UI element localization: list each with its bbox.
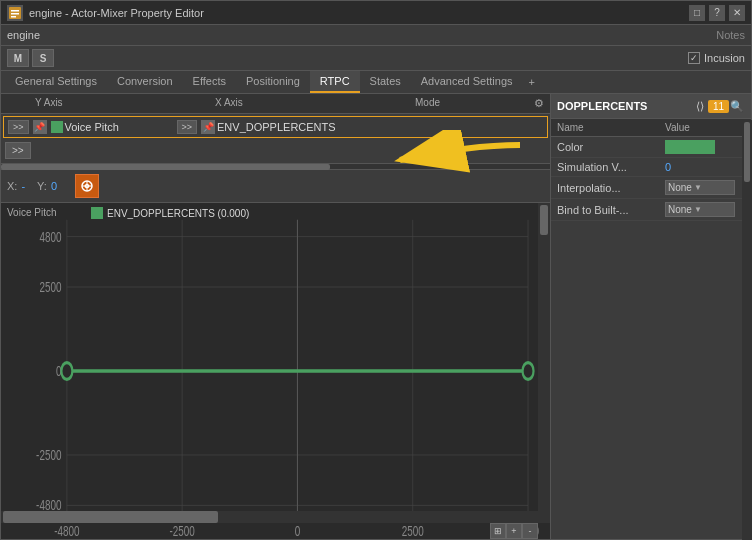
legend-color-box (91, 207, 103, 219)
prop-name-bind: Bind to Built-... (557, 204, 665, 216)
ms-row: M S Incusion (1, 46, 751, 71)
svg-text:-2500: -2500 (36, 446, 61, 464)
interpolation-value: None (668, 182, 692, 193)
bind-value: None (668, 204, 692, 215)
inclusion-check[interactable]: Incusion (688, 52, 745, 64)
chart-scrollbar-horizontal[interactable] (1, 511, 538, 523)
svg-rect-1 (11, 10, 19, 12)
doppler-header: DOPPLERCENTS ⟨⟩ 11 🔍 (551, 94, 751, 119)
share-icon[interactable]: ⟨⟩ (696, 100, 704, 113)
doppler-count: 11 (708, 100, 729, 113)
color-picker[interactable] (665, 140, 715, 154)
y-label: Y: (37, 180, 47, 192)
chart-scrollbar-vertical[interactable] (538, 203, 550, 523)
restore-btn[interactable]: □ (689, 5, 705, 21)
svg-rect-2 (11, 13, 19, 15)
prop-row-simulation: Simulation V... 0 (551, 158, 751, 177)
yaxis-arrow-btn[interactable]: >> (8, 120, 29, 134)
bind-dropdown[interactable]: None ▼ (665, 202, 735, 217)
tab-general-settings[interactable]: General Settings (5, 71, 107, 93)
inclusion-label: Incusion (704, 52, 745, 64)
tab-positioning[interactable]: Positioning (236, 71, 310, 93)
right-scrollbar[interactable] (742, 120, 751, 539)
rtpc-row[interactable]: >> 📌 Voice Pitch >> 📌 ENV_DOPPLERCENTS (3, 116, 548, 138)
x-label: X: (7, 180, 17, 192)
xy-row: X: - Y: 0 (1, 170, 550, 203)
tab-add[interactable]: + (523, 72, 541, 92)
doppler-title: DOPPLERCENTS (557, 100, 692, 112)
mode-header: Mode (411, 97, 534, 110)
window-body: engine Notes M S Incusion General Settin… (1, 25, 751, 539)
svg-point-29 (523, 363, 534, 380)
notes-label: Notes (716, 29, 745, 41)
rtpc-add-row: >> (3, 140, 548, 161)
prop-row-color: Color (551, 137, 751, 158)
rtpc-settings-icon[interactable]: ⚙ (534, 97, 550, 110)
yaxis-header: Y Axis (31, 97, 211, 110)
tab-conversion[interactable]: Conversion (107, 71, 183, 93)
search-btn[interactable]: 🔍 (729, 98, 745, 114)
tabs-row: General Settings Conversion Effects Posi… (1, 71, 751, 94)
prop-row-interpolation: Interpolatio... None ▼ (551, 177, 751, 199)
tab-effects[interactable]: Effects (183, 71, 236, 93)
prop-value-color (665, 140, 745, 154)
chart-legend: ENV_DOPPLERCENTS (0.000) (91, 207, 249, 219)
xaxis-arrow-btn[interactable]: >> (177, 120, 198, 134)
main-content: Y Axis X Axis Mode ⚙ >> 📌 Voice Pitch >>… (1, 94, 751, 539)
chart-zoom-out-btn[interactable]: - (522, 523, 538, 539)
add-rtpc-btn[interactable]: >> (5, 142, 31, 159)
main-window: engine - Actor-Mixer Property Editor □ ?… (0, 0, 752, 540)
m-button[interactable]: M (7, 49, 29, 67)
prop-value-interpolation: None ▼ (665, 180, 745, 195)
chart-bottom-controls: ⊞ + - (490, 523, 538, 539)
chart-zoom-in-btn[interactable]: + (506, 523, 522, 539)
svg-text:-4800: -4800 (54, 521, 79, 539)
xaxis-pin-icon: 📌 (201, 120, 215, 134)
svg-rect-3 (11, 16, 16, 18)
right-scroll-thumb[interactable] (744, 122, 750, 182)
left-panel: Y Axis X Axis Mode ⚙ >> 📌 Voice Pitch >>… (1, 94, 551, 539)
interpolation-dropdown[interactable]: None ▼ (665, 180, 735, 195)
inclusion-checkbox[interactable] (688, 52, 700, 64)
prop-name-simulation: Simulation V... (557, 161, 665, 173)
prop-value-header: Value (665, 122, 745, 133)
rtpc-table: Y Axis X Axis Mode ⚙ >> 📌 Voice Pitch >>… (1, 94, 550, 170)
xaxis-label: ENV_DOPPLERCENTS (217, 121, 336, 133)
chart-area: Voice Pitch ENV_DOPPLERCENTS (0.000) (1, 203, 550, 539)
yaxis-pin-icon: 📌 (33, 120, 47, 134)
s-button[interactable]: S (32, 49, 54, 67)
app-icon (7, 5, 23, 21)
bind-arrow: ▼ (694, 205, 702, 214)
yaxis-color-box (51, 121, 63, 133)
prop-value-bind: None ▼ (665, 202, 745, 217)
y-value: 0 (51, 180, 57, 192)
xaxis-header: X Axis (211, 97, 411, 110)
simulation-value: 0 (665, 161, 671, 173)
help-btn[interactable]: ? (709, 5, 725, 21)
svg-text:2500: 2500 (402, 521, 424, 539)
tab-rtpc[interactable]: RTPC (310, 71, 360, 93)
x-dash: - (21, 180, 25, 192)
close-btn[interactable]: ✕ (729, 5, 745, 21)
svg-text:2500: 2500 (39, 278, 61, 296)
yaxis-label: Voice Pitch (65, 121, 175, 133)
svg-text:-2500: -2500 (170, 521, 195, 539)
tab-advanced-settings[interactable]: Advanced Settings (411, 71, 523, 93)
tab-states[interactable]: States (360, 71, 411, 93)
chart-title: Voice Pitch (7, 207, 56, 218)
prop-name-color: Color (557, 141, 665, 153)
link-icon[interactable] (75, 174, 99, 198)
title-bar: engine - Actor-Mixer Property Editor □ ?… (1, 1, 751, 25)
hscroll-thumb[interactable] (3, 511, 218, 523)
prop-name-interpolation: Interpolatio... (557, 182, 665, 194)
interpolation-arrow: ▼ (694, 183, 702, 192)
vscroll-thumb[interactable] (540, 205, 548, 235)
rtpc-scrollbar[interactable] (1, 163, 550, 169)
window-title: engine - Actor-Mixer Property Editor (29, 7, 689, 19)
svg-text:ENV_DOPPLERCENTS: ENV_DOPPLERCENTS (244, 538, 350, 539)
prop-table-header: Name Value (551, 119, 751, 137)
chart-zoom-fit-btn[interactable]: ⊞ (490, 523, 506, 539)
rtpc-header: Y Axis X Axis Mode ⚙ (1, 94, 550, 114)
right-panel: DOPPLERCENTS ⟨⟩ 11 🔍 (551, 94, 751, 539)
svg-text:4800: 4800 (39, 227, 61, 245)
